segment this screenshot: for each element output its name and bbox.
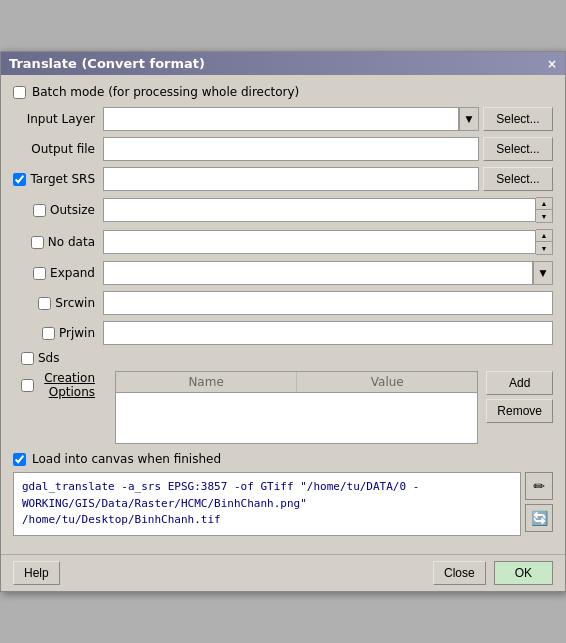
outsize-spinner: ▲ ▼ <box>536 197 553 223</box>
creation-options-content: Name Value Add Remove <box>103 371 553 448</box>
input-layer-field[interactable]: IG/GIS/Data/Raster/HCMC/BinhChanh.png <box>103 107 459 131</box>
outsize-input-col: 25% ▲ ▼ <box>103 197 553 223</box>
target-srs-label-col: Target SRS <box>13 172 103 186</box>
target-srs-label: Target SRS <box>30 172 95 186</box>
no-data-label-col: No data <box>13 235 103 249</box>
dialog-body: Batch mode (for processing whole directo… <box>1 75 565 554</box>
title-bar: Translate (Convert format) × <box>1 52 565 75</box>
expand-field[interactable]: Gray <box>103 261 533 285</box>
outsize-checkbox[interactable] <box>33 204 46 217</box>
expand-input-col: Gray ▼ <box>103 261 553 285</box>
no-data-spinner-up[interactable]: ▲ <box>536 230 552 242</box>
outsize-label: Outsize <box>50 203 95 217</box>
footer: Help Close OK <box>1 554 565 591</box>
no-data-spinner-down[interactable]: ▼ <box>536 242 552 254</box>
outsize-spinner-down[interactable]: ▼ <box>536 210 552 222</box>
input-layer-select-button[interactable]: Select... <box>483 107 553 131</box>
expand-checkbox[interactable] <box>33 267 46 280</box>
outsize-label-col: Outsize <box>13 203 103 217</box>
footer-right: Close OK <box>433 561 553 585</box>
output-file-label-col: Output file <box>13 142 103 156</box>
output-file-row: Output file /home/tu/Desktop/BinhChanh.t… <box>13 137 553 161</box>
target-srs-field[interactable]: EPSG:3857 <box>103 167 479 191</box>
prjwin-row: Prjwin <box>13 321 553 345</box>
expand-label-col: Expand <box>13 266 103 280</box>
dialog-window: Translate (Convert format) × Batch mode … <box>0 51 566 592</box>
input-layer-row: Input Layer IG/GIS/Data/Raster/HCMC/Binh… <box>13 107 553 131</box>
batch-mode-row: Batch mode (for processing whole directo… <box>13 85 553 99</box>
sds-label: Sds <box>38 351 60 365</box>
srcwin-field[interactable] <box>103 291 553 315</box>
creation-options-label: Creation Options <box>38 371 95 399</box>
output-file-input-col: /home/tu/Desktop/BinhChanh.tif Select... <box>103 137 553 161</box>
srcwin-label-col: Srcwin <box>13 296 103 310</box>
command-side-buttons: ✏️ 🔄 <box>525 472 553 536</box>
load-canvas-checkbox[interactable] <box>13 453 26 466</box>
output-file-field[interactable]: /home/tu/Desktop/BinhChanh.tif <box>103 137 479 161</box>
creation-options-table: Name Value <box>115 371 478 444</box>
load-canvas-row: Load into canvas when finished <box>13 452 553 466</box>
input-layer-label-col: Input Layer <box>13 112 103 126</box>
sds-label-col: Sds <box>13 351 103 365</box>
table-header-value: Value <box>297 372 477 392</box>
command-row: gdal_translate -a_srs EPSG:3857 -of GTif… <box>13 472 553 536</box>
input-layer-input-col: IG/GIS/Data/Raster/HCMC/BinhChanh.png ▼ … <box>103 107 553 131</box>
expand-label: Expand <box>50 266 95 280</box>
load-canvas-label: Load into canvas when finished <box>32 452 221 466</box>
srcwin-row: Srcwin <box>13 291 553 315</box>
creation-table-wrapper: Name Value <box>103 371 478 448</box>
no-data-spinner: ▲ ▼ <box>536 229 553 255</box>
outsize-spinner-up[interactable]: ▲ <box>536 198 552 210</box>
dialog-title: Translate (Convert format) <box>9 56 205 71</box>
output-file-label: Output file <box>31 142 95 156</box>
output-file-select-button[interactable]: Select... <box>483 137 553 161</box>
no-data-label: No data <box>48 235 95 249</box>
creation-options-checkbox[interactable] <box>21 379 34 392</box>
table-body <box>116 393 477 443</box>
prjwin-input-col <box>103 321 553 345</box>
outsize-field[interactable]: 25% <box>103 198 536 222</box>
no-data-field[interactable]: 0 <box>103 230 536 254</box>
sds-checkbox[interactable] <box>21 352 34 365</box>
srcwin-input-col <box>103 291 553 315</box>
input-layer-dropdown-arrow[interactable]: ▼ <box>459 107 479 131</box>
table-header-name: Name <box>116 372 297 392</box>
input-layer-combo: IG/GIS/Data/Raster/HCMC/BinhChanh.png ▼ <box>103 107 479 131</box>
table-header: Name Value <box>116 372 477 393</box>
sds-row: Sds <box>13 351 553 365</box>
expand-dropdown-arrow[interactable]: ▼ <box>533 261 553 285</box>
batch-mode-label: Batch mode (for processing whole directo… <box>32 85 299 99</box>
add-button[interactable]: Add <box>486 371 553 395</box>
ok-button[interactable]: OK <box>494 561 553 585</box>
srcwin-checkbox[interactable] <box>38 297 51 310</box>
no-data-input-col: 0 ▲ ▼ <box>103 229 553 255</box>
close-icon[interactable]: × <box>547 57 557 71</box>
prjwin-field[interactable] <box>103 321 553 345</box>
prjwin-checkbox[interactable] <box>42 327 55 340</box>
batch-mode-checkbox[interactable] <box>13 86 26 99</box>
help-button[interactable]: Help <box>13 561 60 585</box>
close-button[interactable]: Close <box>433 561 486 585</box>
remove-button[interactable]: Remove <box>486 399 553 423</box>
prjwin-label-col: Prjwin <box>13 326 103 340</box>
srcwin-label: Srcwin <box>55 296 95 310</box>
creation-options-buttons: Add Remove <box>486 371 553 423</box>
input-layer-label: Input Layer <box>27 112 95 126</box>
no-data-row: No data 0 ▲ ▼ <box>13 229 553 255</box>
outsize-row: Outsize 25% ▲ ▼ <box>13 197 553 223</box>
no-data-checkbox[interactable] <box>31 236 44 249</box>
target-srs-input-col: EPSG:3857 Select... <box>103 167 553 191</box>
command-text: gdal_translate -a_srs EPSG:3857 -of GTif… <box>13 472 521 536</box>
target-srs-select-button[interactable]: Select... <box>483 167 553 191</box>
creation-options-label-col: Creation Options <box>13 371 103 399</box>
expand-row: Expand Gray ▼ <box>13 261 553 285</box>
creation-options-row: Creation Options Name Value Add Remove <box>13 371 553 448</box>
target-srs-row: Target SRS EPSG:3857 Select... <box>13 167 553 191</box>
prjwin-label: Prjwin <box>59 326 95 340</box>
refresh-command-button[interactable]: 🔄 <box>525 504 553 532</box>
target-srs-checkbox[interactable] <box>13 173 26 186</box>
expand-combo: Gray ▼ <box>103 261 553 285</box>
edit-command-button[interactable]: ✏️ <box>525 472 553 500</box>
